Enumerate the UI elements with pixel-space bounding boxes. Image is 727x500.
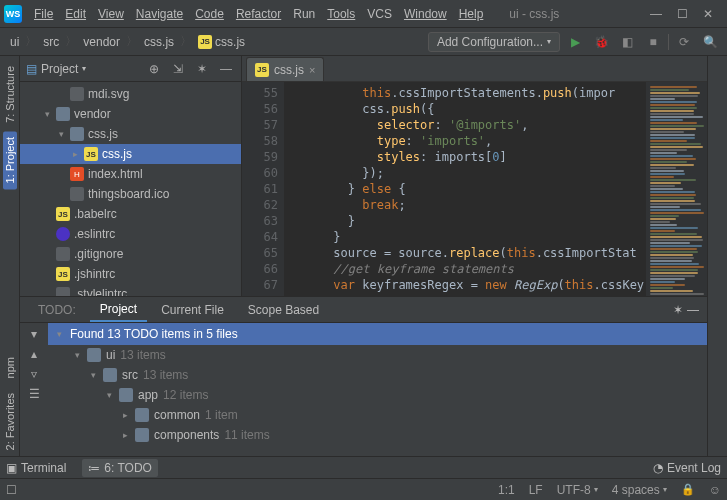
todo-tree-row[interactable]: ▸components 11 items bbox=[48, 425, 707, 445]
breadcrumb-item[interactable]: css.js bbox=[140, 35, 178, 49]
chevron-down-icon[interactable]: ▾ bbox=[82, 64, 86, 73]
tree-row[interactable]: Hindex.html bbox=[20, 164, 241, 184]
menu-window[interactable]: Window bbox=[398, 0, 453, 27]
close-icon[interactable]: × bbox=[309, 64, 315, 76]
editor-tab[interactable]: JS css.js × bbox=[246, 57, 324, 81]
tree-label: .stylelintrc bbox=[74, 287, 127, 296]
breadcrumb-item[interactable]: JScss.js bbox=[194, 35, 249, 49]
run-icon[interactable]: ▶ bbox=[564, 31, 586, 53]
todo-tree-row[interactable]: ▾app 12 items bbox=[48, 385, 707, 405]
inspection-icon[interactable]: ☺ bbox=[709, 483, 721, 497]
window-minimize-icon[interactable]: — bbox=[643, 4, 669, 24]
menu-refactor[interactable]: Refactor bbox=[230, 0, 287, 27]
menu-help[interactable]: Help bbox=[453, 0, 490, 27]
breadcrumb-item[interactable]: vendor bbox=[79, 35, 124, 49]
tree-row[interactable]: .eslintrc bbox=[20, 224, 241, 244]
expand-icon[interactable]: ▾ bbox=[31, 327, 37, 341]
terminal-button[interactable]: ▣ Terminal bbox=[6, 461, 66, 475]
statusbar: ☐ 1:1 LF UTF-8▾ 4 spaces▾ 🔒 ☺ bbox=[0, 478, 727, 500]
project-title: Project bbox=[41, 62, 78, 76]
js-icon: JS bbox=[56, 207, 70, 221]
tab-structure[interactable]: 7: Structure bbox=[3, 60, 17, 129]
menu-run[interactable]: Run bbox=[287, 0, 321, 27]
menu-file[interactable]: File bbox=[28, 0, 59, 27]
group-icon[interactable]: ☰ bbox=[29, 387, 40, 401]
tree-twisty-icon[interactable]: ▾ bbox=[88, 370, 98, 380]
run-config-dropdown[interactable]: Add Configuration... ▾ bbox=[428, 32, 560, 52]
menu-tools[interactable]: Tools bbox=[321, 0, 361, 27]
status-position[interactable]: 1:1 bbox=[498, 483, 515, 497]
tree-twisty-icon[interactable]: ▾ bbox=[104, 390, 114, 400]
settings-icon[interactable]: ✶ bbox=[193, 60, 211, 78]
tree-row[interactable]: ▸JScss.js bbox=[20, 144, 241, 164]
hide-icon[interactable]: — bbox=[687, 303, 699, 317]
tree-twisty-icon[interactable]: ▾ bbox=[56, 129, 66, 139]
tree-row[interactable]: ▾vendor bbox=[20, 104, 241, 124]
coverage-icon[interactable]: ◧ bbox=[616, 31, 638, 53]
todo-tree-row[interactable]: ▸common 1 item bbox=[48, 405, 707, 425]
todo-icon: ≔ bbox=[88, 461, 100, 475]
todo-button[interactable]: ≔ 6: TODO bbox=[82, 459, 158, 477]
status-line-ending[interactable]: LF bbox=[529, 483, 543, 497]
status-windows-icon[interactable]: ☐ bbox=[6, 483, 17, 497]
menu-vcs[interactable]: VCS bbox=[361, 0, 398, 27]
status-indent[interactable]: 4 spaces▾ bbox=[612, 483, 667, 497]
tree-twisty-icon[interactable]: ▾ bbox=[42, 109, 52, 119]
tree-row[interactable]: .stylelintrc bbox=[20, 284, 241, 296]
project-tree[interactable]: mdi.svg▾vendor▾css.js▸JScss.jsHindex.htm… bbox=[20, 82, 241, 296]
filter-icon[interactable]: ▿ bbox=[31, 367, 37, 381]
todo-tree-row[interactable]: ▾ui 13 items bbox=[48, 345, 707, 365]
locate-icon[interactable]: ⊕ bbox=[145, 60, 163, 78]
todo-tree-row[interactable]: ▾src 13 items bbox=[48, 365, 707, 385]
tree-twisty-icon[interactable]: ▾ bbox=[72, 350, 82, 360]
todo-tab-project[interactable]: Project bbox=[90, 298, 147, 322]
menu-code[interactable]: Code bbox=[189, 0, 230, 27]
todo-tab-scope[interactable]: Scope Based bbox=[238, 299, 329, 321]
project-tool-window: ▤ Project ▾ ⊕ ⇲ ✶ — mdi.svg▾vendor▾css.j… bbox=[20, 56, 242, 296]
lock-icon[interactable]: 🔒 bbox=[681, 483, 695, 496]
tree-row[interactable]: mdi.svg bbox=[20, 84, 241, 104]
menu-edit[interactable]: Edit bbox=[59, 0, 92, 27]
tree-row[interactable]: .gitignore bbox=[20, 244, 241, 264]
menu-navigate[interactable]: Navigate bbox=[130, 0, 189, 27]
window-maximize-icon[interactable]: ☐ bbox=[669, 4, 695, 24]
code-area[interactable]: this.cssImportStatements.push(impor css.… bbox=[284, 82, 645, 296]
window-close-icon[interactable]: ✕ bbox=[695, 4, 721, 24]
gear-icon[interactable]: ✶ bbox=[673, 303, 683, 317]
status-encoding[interactable]: UTF-8▾ bbox=[557, 483, 598, 497]
search-everywhere-icon[interactable]: 🔍 bbox=[699, 31, 721, 53]
todo-label: TODO: bbox=[28, 299, 86, 321]
breadcrumb-item[interactable]: ui bbox=[6, 35, 23, 49]
tree-label: thingsboard.ico bbox=[88, 187, 169, 201]
hide-icon[interactable]: — bbox=[217, 60, 235, 78]
stop-icon[interactable]: ■ bbox=[642, 31, 664, 53]
collapse-icon[interactable]: ▴ bbox=[31, 347, 37, 361]
js-icon: JS bbox=[84, 147, 98, 161]
breadcrumb-item[interactable]: src bbox=[39, 35, 63, 49]
tab-favorites[interactable]: 2: Favorites bbox=[3, 387, 17, 456]
todo-summary[interactable]: ▾ Found 13 TODO items in 5 files bbox=[48, 323, 707, 345]
tree-twisty-icon[interactable]: ▸ bbox=[120, 410, 130, 420]
debug-icon[interactable]: 🐞 bbox=[590, 31, 612, 53]
file-icon bbox=[70, 187, 84, 201]
folder-icon bbox=[56, 107, 70, 121]
collapse-icon[interactable]: ⇲ bbox=[169, 60, 187, 78]
tree-row[interactable]: JS.babelrc bbox=[20, 204, 241, 224]
todo-tab-current[interactable]: Current File bbox=[151, 299, 234, 321]
project-icon: ▤ bbox=[26, 62, 37, 76]
tab-project[interactable]: 1: Project bbox=[3, 131, 17, 189]
tab-npm[interactable]: npm bbox=[3, 351, 17, 384]
todo-row-label: src bbox=[122, 368, 138, 382]
todo-tree[interactable]: ▾ Found 13 TODO items in 5 files ▾ui 13 … bbox=[48, 323, 707, 456]
todo-row-label: ui bbox=[106, 348, 115, 362]
event-log-button[interactable]: ◔ Event Log bbox=[653, 461, 721, 475]
menu-view[interactable]: View bbox=[92, 0, 130, 27]
editor: JS css.js × 55 56 57 58 59 60 61 62 63 6… bbox=[242, 56, 707, 296]
tree-row[interactable]: JS.jshintrc bbox=[20, 264, 241, 284]
tree-row[interactable]: thingsboard.ico bbox=[20, 184, 241, 204]
update-icon[interactable]: ⟳ bbox=[673, 31, 695, 53]
tree-twisty-icon[interactable]: ▸ bbox=[120, 430, 130, 440]
tree-twisty-icon[interactable]: ▸ bbox=[70, 149, 80, 159]
minimap[interactable] bbox=[645, 82, 707, 296]
tree-row[interactable]: ▾css.js bbox=[20, 124, 241, 144]
